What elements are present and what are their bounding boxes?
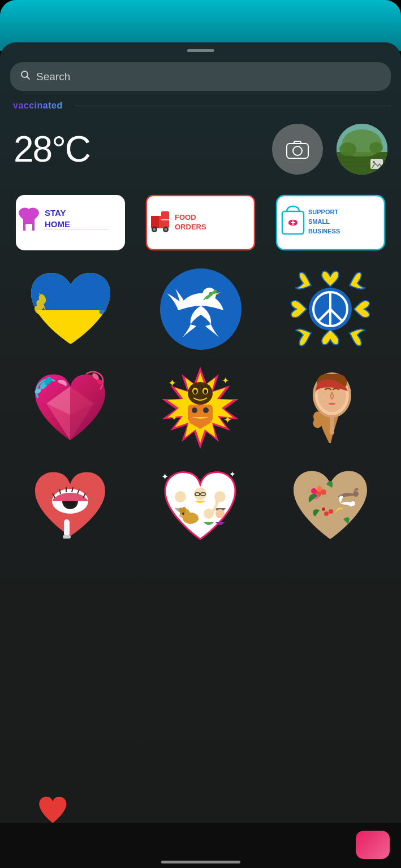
svg-point-118 — [322, 507, 325, 511]
list-item[interactable] — [9, 463, 132, 550]
svg-point-72 — [192, 407, 197, 413]
vaccinated-tag[interactable]: vaccinated — [10, 99, 66, 112]
svg-text:HOME: HOME — [45, 219, 70, 229]
sticker-row-2 — [9, 265, 392, 353]
list-item[interactable] — [269, 265, 392, 353]
tag-divider — [75, 106, 391, 106]
sticker-row-4: ✦ ✦ — [9, 463, 392, 550]
svg-point-96 — [175, 491, 186, 502]
svg-point-64 — [204, 389, 207, 394]
svg-point-73 — [203, 407, 209, 413]
list-item[interactable] — [9, 364, 132, 452]
svg-text:✦: ✦ — [223, 414, 232, 426]
svg-rect-71 — [188, 405, 213, 422]
list-item[interactable]: SUPPORT SMALL BUSINESS — [269, 192, 392, 254]
svg-point-9 — [369, 142, 383, 153]
svg-text:SMALL: SMALL — [308, 218, 330, 225]
sticker-row-1: STAY HOME — [9, 192, 392, 254]
svg-point-24 — [153, 228, 156, 231]
drag-handle[interactable] — [187, 49, 214, 52]
list-item[interactable]: ✦ ✦ ✦ ✦ — [139, 364, 262, 452]
list-item[interactable] — [9, 265, 132, 353]
svg-point-113 — [321, 489, 326, 495]
svg-point-63 — [193, 389, 197, 394]
bottom-bar — [0, 823, 401, 868]
svg-point-14 — [373, 161, 375, 163]
photo-gallery-button[interactable] — [337, 124, 387, 175]
temperature-display: 28°C — [14, 128, 272, 170]
svg-point-3 — [293, 146, 302, 155]
tag-row: vaccinated — [0, 91, 401, 112]
svg-text:SUPPORT: SUPPORT — [308, 209, 338, 215]
svg-line-1 — [27, 77, 30, 80]
svg-rect-92 — [64, 519, 70, 536]
search-placeholder: Search — [36, 71, 70, 83]
list-item[interactable] — [139, 265, 262, 353]
camera-row: 28°C — [0, 112, 401, 175]
svg-point-115 — [353, 491, 359, 497]
camera-button[interactable] — [272, 124, 323, 175]
sticker-row-3: ✦ ✦ ✦ ✦ — [9, 364, 392, 452]
svg-point-106 — [182, 513, 184, 515]
list-item[interactable] — [269, 463, 392, 550]
svg-point-117 — [329, 509, 333, 514]
svg-rect-93 — [63, 535, 71, 539]
svg-point-107 — [179, 515, 183, 517]
list-item[interactable]: FOOD ORDERS — [139, 192, 262, 254]
svg-rect-16 — [25, 224, 32, 231]
svg-text:✦: ✦ — [171, 413, 178, 422]
svg-point-111 — [311, 488, 317, 494]
svg-text:ORDERS: ORDERS — [175, 223, 206, 231]
svg-point-109 — [215, 509, 225, 518]
list-item[interactable]: STAY HOME — [9, 192, 132, 254]
home-indicator — [161, 861, 240, 863]
svg-point-119 — [351, 501, 355, 506]
list-item[interactable] — [269, 364, 392, 452]
svg-text:STAY: STAY — [45, 208, 66, 218]
svg-point-8 — [339, 142, 356, 156]
svg-text:BUSINESS: BUSINESS — [308, 228, 340, 235]
search-bar[interactable]: Search — [10, 62, 391, 91]
svg-rect-2 — [287, 144, 308, 158]
svg-text:✦: ✦ — [168, 377, 176, 389]
main-panel: Search vaccinated 28°C — [0, 42, 401, 868]
svg-text:✦: ✦ — [222, 376, 229, 385]
bottom-action-button[interactable] — [356, 831, 390, 859]
list-item[interactable]: ✦ ✦ — [139, 463, 262, 550]
svg-rect-22 — [151, 216, 159, 228]
svg-point-116 — [324, 511, 329, 516]
svg-rect-82 — [330, 415, 334, 435]
search-icon — [20, 70, 31, 83]
svg-point-26 — [165, 228, 167, 231]
svg-text:FOOD: FOOD — [175, 213, 196, 222]
sticker-grid: STAY HOME — [0, 175, 401, 550]
